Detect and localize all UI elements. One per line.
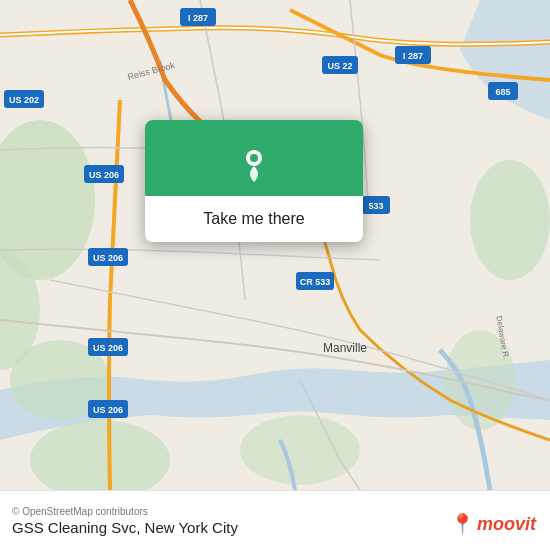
svg-text:Manville: Manville: [323, 341, 367, 355]
popup-header: [145, 120, 363, 196]
location-title: GSS Cleaning Svc, New York City: [12, 519, 238, 536]
svg-text:US 206: US 206: [89, 170, 119, 180]
svg-text:US 206: US 206: [93, 253, 123, 263]
svg-text:533: 533: [368, 201, 383, 211]
svg-text:US 206: US 206: [93, 405, 123, 415]
svg-text:I 287: I 287: [403, 51, 423, 61]
map-container: I 287 I 287 US 22 US 202 US 206 US 206 U…: [0, 0, 550, 490]
popup-card: Take me there: [145, 120, 363, 242]
svg-text:I 287: I 287: [188, 13, 208, 23]
map-svg: I 287 I 287 US 22 US 202 US 206 US 206 U…: [0, 0, 550, 490]
svg-point-7: [240, 415, 360, 485]
bottom-bar: © OpenStreetMap contributors GSS Cleanin…: [0, 490, 550, 550]
moovit-brand-text: moovit: [477, 514, 536, 535]
svg-text:US 206: US 206: [93, 343, 123, 353]
svg-text:US 22: US 22: [327, 61, 352, 71]
moovit-pin-icon: 📍: [450, 512, 475, 536]
moovit-logo: 📍 moovit: [450, 512, 536, 536]
location-pin-icon: [232, 138, 276, 182]
svg-text:CR 533: CR 533: [300, 277, 331, 287]
take-me-there-button[interactable]: Take me there: [145, 196, 363, 242]
svg-text:US 202: US 202: [9, 95, 39, 105]
svg-point-35: [250, 154, 258, 162]
svg-text:685: 685: [495, 87, 510, 97]
copyright-text: © OpenStreetMap contributors: [12, 506, 238, 517]
svg-point-4: [470, 160, 550, 280]
